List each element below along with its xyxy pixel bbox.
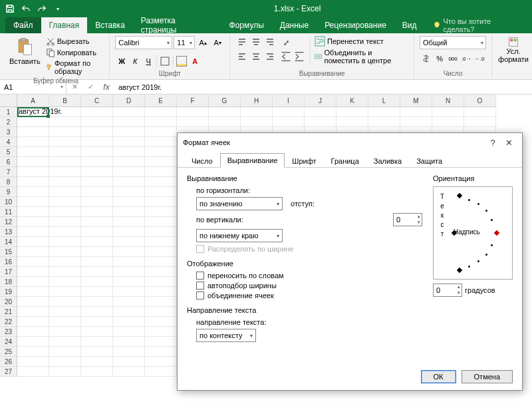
- qat-dropdown-icon[interactable]: ▾: [51, 1, 65, 16]
- cell[interactable]: [113, 127, 145, 137]
- col-header[interactable]: L: [368, 95, 400, 107]
- col-header[interactable]: G: [209, 95, 241, 107]
- col-header[interactable]: E: [145, 95, 177, 107]
- cell[interactable]: [49, 117, 81, 127]
- vertical-align-select[interactable]: по нижнему краю: [196, 229, 283, 242]
- cell[interactable]: [49, 307, 81, 317]
- cell[interactable]: [81, 187, 113, 197]
- cell[interactable]: [49, 267, 81, 277]
- redo-icon[interactable]: [35, 1, 49, 16]
- cell[interactable]: [145, 147, 177, 157]
- cell[interactable]: [49, 257, 81, 267]
- cell[interactable]: [17, 217, 49, 227]
- cell[interactable]: [81, 157, 113, 167]
- cell[interactable]: [177, 107, 209, 117]
- cell[interactable]: [49, 147, 81, 157]
- cell[interactable]: [113, 177, 145, 187]
- row-header[interactable]: 19: [0, 287, 17, 297]
- row-header[interactable]: 24: [0, 337, 17, 347]
- align-bottom-button[interactable]: [263, 36, 277, 49]
- cell[interactable]: [113, 227, 145, 237]
- cell[interactable]: [81, 137, 113, 147]
- dtab-protect[interactable]: Защита: [409, 154, 450, 168]
- cell[interactable]: [49, 197, 81, 207]
- cell[interactable]: [145, 277, 177, 287]
- font-size-dropdown[interactable]: 11: [174, 36, 195, 49]
- col-header[interactable]: H: [241, 95, 273, 107]
- tab-view[interactable]: Вид: [394, 17, 425, 33]
- cell[interactable]: [49, 137, 81, 147]
- row-header[interactable]: 14: [0, 237, 17, 247]
- border-button[interactable]: [158, 55, 172, 68]
- enter-formula-button[interactable]: ✓: [82, 80, 98, 94]
- cell[interactable]: [145, 107, 177, 117]
- cell[interactable]: [209, 117, 241, 127]
- cell[interactable]: [81, 337, 113, 347]
- cell[interactable]: [113, 117, 145, 127]
- cell[interactable]: [81, 317, 113, 327]
- tab-review[interactable]: Рецензирование: [317, 17, 394, 33]
- cell[interactable]: [81, 207, 113, 217]
- cell[interactable]: [49, 237, 81, 247]
- cell[interactable]: [209, 107, 241, 117]
- cell[interactable]: [17, 237, 49, 247]
- cell[interactable]: [400, 117, 432, 127]
- cell[interactable]: [17, 327, 49, 337]
- cell[interactable]: [49, 317, 81, 327]
- font-color-button[interactable]: A: [188, 55, 201, 68]
- cell[interactable]: [113, 347, 145, 357]
- cell[interactable]: [17, 177, 49, 187]
- row-header[interactable]: 23: [0, 327, 17, 337]
- cell[interactable]: [17, 147, 49, 157]
- cell[interactable]: [464, 117, 496, 127]
- cell[interactable]: [49, 357, 81, 367]
- cell[interactable]: [145, 227, 177, 237]
- cell[interactable]: [400, 107, 432, 117]
- cell[interactable]: [145, 187, 177, 197]
- cell[interactable]: [17, 137, 49, 147]
- cell[interactable]: [145, 157, 177, 167]
- cell[interactable]: [113, 187, 145, 197]
- col-header[interactable]: J: [305, 95, 336, 107]
- align-center-button[interactable]: [249, 50, 263, 63]
- cell[interactable]: [81, 297, 113, 307]
- col-header[interactable]: C: [81, 95, 113, 107]
- dtab-font[interactable]: Шрифт: [285, 154, 323, 168]
- cell[interactable]: [17, 247, 49, 257]
- row-header[interactable]: 18: [0, 277, 17, 287]
- tab-layout[interactable]: Разметка страницы: [133, 17, 221, 33]
- cell[interactable]: [145, 197, 177, 207]
- tab-insert[interactable]: Вставка: [87, 17, 133, 33]
- cell[interactable]: [113, 357, 145, 367]
- cell[interactable]: [17, 167, 49, 177]
- row-header[interactable]: 15: [0, 247, 17, 257]
- row-header[interactable]: 3: [0, 127, 17, 137]
- cell[interactable]: [49, 187, 81, 197]
- tab-home[interactable]: Главная: [41, 17, 88, 33]
- dtab-number[interactable]: Число: [184, 154, 220, 168]
- cell[interactable]: [81, 177, 113, 187]
- bold-button[interactable]: Ж: [115, 55, 128, 68]
- wrap-checkbox[interactable]: переносить по словам: [196, 272, 422, 280]
- cell[interactable]: [17, 227, 49, 237]
- cell[interactable]: [113, 207, 145, 217]
- col-header[interactable]: D: [113, 95, 145, 107]
- tab-file[interactable]: Файл: [5, 17, 41, 33]
- cell[interactable]: [145, 207, 177, 217]
- align-middle-button[interactable]: [249, 36, 263, 49]
- cell[interactable]: [81, 147, 113, 157]
- cell[interactable]: [81, 327, 113, 337]
- cell[interactable]: [81, 267, 113, 277]
- cell[interactable]: [241, 107, 273, 117]
- fill-color-button[interactable]: [175, 55, 188, 68]
- cell[interactable]: [17, 277, 49, 287]
- row-header[interactable]: 6: [0, 157, 17, 167]
- cell[interactable]: [145, 237, 177, 247]
- cut-button[interactable]: Вырезать: [45, 36, 104, 47]
- cancel-formula-button[interactable]: ✕: [66, 80, 82, 94]
- cell[interactable]: [17, 287, 49, 297]
- cell[interactable]: [336, 117, 368, 127]
- cell[interactable]: [17, 117, 49, 127]
- cell[interactable]: [113, 107, 145, 117]
- decrease-indent-button[interactable]: [279, 50, 293, 63]
